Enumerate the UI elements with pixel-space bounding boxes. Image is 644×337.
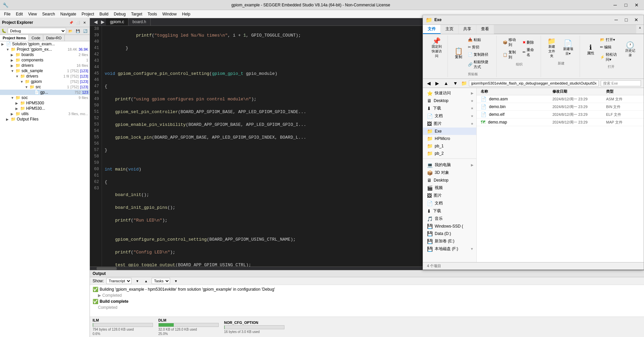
sidebar-item-new-vol-e[interactable]: 💾 新加卷 (E:) — [423, 237, 476, 245]
toolbar-btn-2[interactable]: 💾 — [75, 28, 81, 34]
sidebar-item-downloads[interactable]: ⬇ 下载 ★ — [423, 104, 476, 112]
tree-components[interactable]: ▶ 📁 components 1 — [0, 57, 90, 63]
ribbon-btn-copy[interactable]: 📋 复制 — [452, 46, 465, 61]
menu-view[interactable]: View — [25, 10, 40, 18]
ribbon-btn-rename[interactable]: ✏ 重命名 — [521, 46, 538, 58]
ribbon-btn-easy-access[interactable]: ⚡ 轻松访问▾ — [598, 51, 621, 63]
ribbon-btn-open[interactable]: 📂 打开▾ — [598, 36, 621, 43]
nav-back-button[interactable]: ◀ — [93, 18, 99, 25]
menu-build[interactable]: Build — [97, 10, 111, 18]
addr-back-button[interactable]: ◀ — [426, 80, 432, 87]
sidebar-item-desktop2[interactable]: 🖥 Desktop — [423, 177, 476, 184]
ribbon-btn-edit[interactable]: ✏ 编辑 — [598, 44, 621, 51]
sidebar-item-exe[interactable]: 📁 Exe — [423, 128, 476, 135]
ribbon-btn-copy-to[interactable]: 📋 复制到 — [501, 49, 520, 61]
sidebar-item-quick-access[interactable]: ⭐ 快速访问 ▶ — [423, 89, 476, 97]
menu-tools[interactable]: Tools — [145, 10, 160, 18]
file-item-demo-map[interactable]: 🗺 demo.map 2024/8/12/周一 23:29 MAP 文件 — [477, 118, 644, 126]
tree-drivers-top[interactable]: ▶ 📁 drivers 16 files — [0, 63, 90, 68]
menu-navigate[interactable]: Navigate — [58, 10, 79, 18]
sidebar-item-pb2[interactable]: 📁 pb_2 — [423, 150, 476, 157]
output-show-select[interactable]: Transcript — [106, 278, 131, 284]
menu-project[interactable]: Project — [79, 10, 97, 18]
ribbon-btn-new-folder[interactable]: 📁 新建文件夹 — [545, 36, 558, 60]
sidebar-item-data-d[interactable]: 💾 Data (D:) — [423, 230, 476, 237]
search-input[interactable] — [601, 80, 641, 86]
sidebar-item-docs2[interactable]: 📄 文档 — [423, 199, 476, 207]
panel-maximize-button[interactable]: ⬜ — [75, 19, 81, 26]
menu-window[interactable]: Window — [160, 10, 179, 18]
tab-code[interactable]: Code — [29, 35, 43, 41]
close-button[interactable]: ✕ — [632, 2, 641, 8]
menu-edit[interactable]: Edit — [13, 10, 25, 18]
menu-search[interactable]: Search — [40, 10, 58, 18]
sidebar-item-docs[interactable]: 📄 文档 ★ — [423, 112, 476, 120]
ribbon-btn-paste-shortcut[interactable]: 🔗 粘贴快捷方式 — [466, 58, 494, 70]
tree-gpiom[interactable]: ▼ 📁 gpiom [752] [123] — [0, 79, 90, 84]
address-input[interactable] — [469, 80, 599, 86]
panel-close-button[interactable]: ✕ — [82, 19, 88, 26]
sidebar-item-video[interactable]: 🎬 视频 — [423, 184, 476, 192]
ribbon-btn-delete[interactable]: ✖ 删除 — [521, 39, 538, 46]
ribbon-btn-paste[interactable]: 📥 粘贴 — [466, 36, 494, 43]
ribbon-tab-file[interactable]: 文件 — [423, 25, 441, 34]
sidebar-item-desktop[interactable]: 🖥 Desktop ★ — [423, 97, 476, 104]
sidebar-item-windows-ssd[interactable]: 💾 Windows-SSD ( — [423, 223, 476, 230]
file-item-demo-elf[interactable]: 📄 demo.elf 2024/8/12/周一 23:29 ELF 文件 — [477, 111, 644, 118]
tab-board-h[interactable]: board.h — [128, 18, 151, 26]
panel-pin-button[interactable]: 📌 — [68, 19, 74, 26]
addr-forward-button[interactable]: ▶ — [434, 80, 440, 87]
output-tasks-select[interactable]: Tasks — [152, 278, 170, 284]
ribbon-btn-copy-path[interactable]: 📄 复制路径 — [466, 51, 494, 58]
ribbon-btn-history[interactable]: 🕐 历史记录 — [622, 40, 638, 59]
tab-project-items[interactable]: Project Items — [0, 35, 29, 41]
addr-up-button[interactable]: ▲ — [442, 80, 450, 87]
sidebar-item-hpmicro[interactable]: 📁 HPMicro — [423, 135, 476, 142]
tree-gp-file[interactable]: 📄 gp... 752 123 — [0, 90, 90, 95]
sidebar-item-music[interactable]: 🎵 音乐 — [423, 215, 476, 223]
sidebar-item-local-f[interactable]: 💾 本地磁盘 (F:) ▼ — [423, 245, 476, 253]
minimize-button[interactable]: ─ — [610, 2, 620, 8]
tree-src[interactable]: ▼ 📁 src 1 [752] [123] — [0, 84, 90, 90]
sidebar-item-3d[interactable]: 📦 3D 对象 — [423, 169, 476, 177]
debug-config-select[interactable]: Debug — [8, 28, 66, 34]
tree-sdk-sample[interactable]: ▼ 📁 sdk_sample 1 [752] [123] — [0, 68, 90, 74]
ribbon-btn-move-to[interactable]: 📦 移动到 — [501, 36, 520, 48]
tree-output-files[interactable]: ▶ 📁 Output Files — [0, 116, 90, 122]
tree-utils[interactable]: ▶ 📁 utils 3 files, mo... — [0, 111, 90, 116]
nav-forward-button[interactable]: ▶ — [100, 18, 106, 25]
sidebar-item-my-computer[interactable]: 💻 我的电脑 ▶ — [423, 161, 476, 169]
menu-target[interactable]: Target — [128, 10, 145, 18]
sidebar-item-downloads2[interactable]: ⬇ 下载 — [423, 207, 476, 215]
ribbon-btn-properties[interactable]: ℹ 属性 — [584, 43, 597, 57]
output-btn-2[interactable]: ▲ — [143, 278, 149, 284]
explorer-maximize[interactable]: □ — [622, 16, 631, 23]
menu-file[interactable]: File — [1, 10, 13, 18]
sidebar-item-pb1[interactable]: 📁 pb_1 — [423, 142, 476, 150]
tab-data-ro[interactable]: Data+RO — [43, 35, 64, 41]
ribbon-tab-home[interactable]: 主页 — [441, 25, 459, 34]
addr-recent-button[interactable]: ▼ — [452, 80, 459, 87]
ribbon-tab-view[interactable]: 查看 — [476, 25, 494, 34]
header-name[interactable]: 名称 — [481, 89, 552, 94]
tree-hpm530x[interactable]: ▶ 📁 HPM530... — [0, 106, 90, 111]
tree-boards[interactable]: ▶ 📁 boards 2 files — [0, 52, 90, 57]
output-tasks-btn[interactable]: ▼ — [173, 278, 179, 284]
tree-drivers-sdk[interactable]: ▼ 📁 drivers 1 fil [752] [123] — [0, 74, 90, 79]
menu-help[interactable]: Help — [179, 10, 193, 18]
header-type[interactable]: 类型 — [606, 89, 640, 94]
explorer-close[interactable]: ✕ — [632, 16, 641, 23]
ribbon-btn-pin-access[interactable]: 📌 固定到快速访问 — [428, 36, 445, 60]
ribbon-btn-new-item[interactable]: 📄 新建项目▾ — [559, 39, 577, 57]
tree-solution[interactable]: ▶ 📄 Solution 'gpiom_exam... — [0, 41, 90, 47]
header-date[interactable]: 修改日期 — [552, 89, 606, 94]
sidebar-item-pics2[interactable]: 🖼 图片 — [423, 192, 476, 199]
file-item-demo-asm[interactable]: 📄 demo.asm 2024/8/12/周一 23:29 ASM 文件 — [477, 95, 644, 103]
file-item-demo-bin[interactable]: 📄 demo.bin 2024/8/12/周一 23:29 BIN 文件 — [477, 103, 644, 111]
ribbon-tab-share[interactable]: 共享 — [459, 25, 476, 34]
maximize-button[interactable]: □ — [621, 2, 631, 8]
toolbar-btn-1[interactable]: 📂 — [67, 28, 73, 34]
tree-project[interactable]: ▼ 📁 Project 'gpiom_ex... 18.4K 36.9K — [0, 47, 90, 52]
ribbon-expand-arrow[interactable]: ▲ — [636, 25, 644, 34]
toolbar-btn-3[interactable]: 🔄 — [82, 28, 88, 34]
